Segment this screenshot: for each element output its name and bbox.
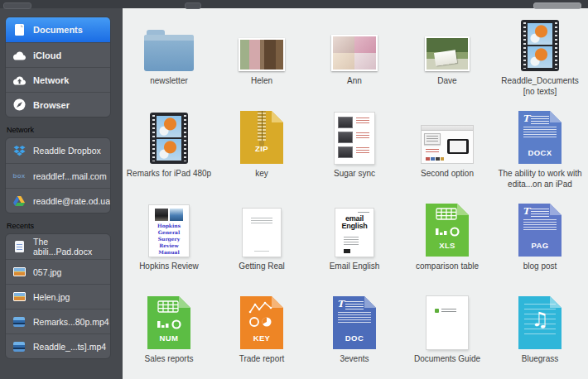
recent-item-label: Remarks...80p.mp4 xyxy=(33,317,109,327)
file-tile-helen[interactable]: Helen xyxy=(215,10,308,103)
document-cover-thumbnail xyxy=(427,296,468,349)
image-file-icon xyxy=(11,265,27,280)
box-icon: box xyxy=(11,169,27,184)
sidebar-item-icloud[interactable]: iCloud xyxy=(6,42,110,67)
file-label: newsletter xyxy=(125,76,213,87)
sidebar-item-label: Browser xyxy=(33,100,70,110)
file-tile-dave[interactable]: Dave xyxy=(401,10,494,103)
pages-file-icon: T PAG xyxy=(518,204,561,257)
recents-group: The abili...Pad.docx 057.jpg Helen.jpg R… xyxy=(5,233,111,359)
file-label: blog post xyxy=(496,261,584,272)
zip-file-icon: ZIP xyxy=(240,111,283,164)
file-grid: newsletter Helen Ann Dave Readdle_Docume… xyxy=(123,8,588,379)
sidebar-nav-group: Documents iCloud Network Browser xyxy=(5,17,111,118)
file-label: Sugar sync xyxy=(311,169,398,180)
xls-file-icon: XLS xyxy=(426,204,469,257)
file-label: Remarks for iPad 480p xyxy=(125,169,213,180)
audio-file-icon: ♫ xyxy=(518,296,561,349)
book-cover-thumbnail: email English xyxy=(335,209,374,257)
document-thumbnail xyxy=(335,113,374,164)
sidebar-item-documents[interactable]: Documents xyxy=(6,17,110,42)
sidebar-item-label: Network xyxy=(33,75,69,85)
recent-item-helenjpg[interactable]: Helen.jpg xyxy=(6,284,110,309)
photo-thumbnail xyxy=(239,38,285,71)
sidebar: Documents iCloud Network Browser xyxy=(0,8,123,379)
file-tile-getting-real[interactable]: Getting Real xyxy=(215,195,308,288)
google-drive-icon xyxy=(11,194,27,209)
video-file-icon xyxy=(11,339,27,354)
filmstrip-icon xyxy=(521,20,559,71)
video-file-icon xyxy=(11,314,27,329)
dropbox-icon xyxy=(11,143,27,158)
sidebar-item-label: readdle@rate.od.ua xyxy=(33,196,110,206)
sidebar-item-network[interactable]: Network xyxy=(6,67,110,92)
compass-icon xyxy=(11,98,27,113)
webpage-thumbnail xyxy=(421,125,474,164)
file-label: Hopkins Review xyxy=(125,261,213,272)
file-label: Second option xyxy=(403,169,491,180)
file-tile-readdle-documents-video[interactable]: Readdle_Documents [no texts] xyxy=(494,10,586,103)
network-cloud-icon xyxy=(11,73,27,88)
file-label: Bluegrass xyxy=(496,354,584,365)
file-label: 3events xyxy=(311,354,398,365)
file-tile-second-option[interactable]: Second option xyxy=(401,103,494,195)
sidebar-item-label: Documents xyxy=(33,25,83,35)
network-accounts-group: Readdle Dropbox box readdlef...mail.com … xyxy=(5,137,111,213)
photo-collage-thumbnail xyxy=(331,35,378,71)
file-label: Readdle_Documents [no texts] xyxy=(496,76,584,97)
sidebar-item-google-drive-account[interactable]: readdle@rate.od.ua xyxy=(6,188,110,213)
file-tile-3events[interactable]: T DOC 3events xyxy=(308,288,401,379)
file-label: Trade report xyxy=(218,354,306,365)
file-tile-remarks-video[interactable]: Remarks for iPad 480p xyxy=(123,103,215,195)
sidebar-item-readdle-dropbox[interactable]: Readdle Dropbox xyxy=(6,138,110,163)
file-tile-documents-guide[interactable]: Documents Guide xyxy=(401,288,494,379)
recent-item-remarks-mp4[interactable]: Remarks...80p.mp4 xyxy=(6,309,110,333)
file-tile-comparison-table[interactable]: XLS comparison table xyxy=(401,195,494,288)
file-label: The ability to work with edita...on an i… xyxy=(496,169,584,190)
sidebar-item-box-account[interactable]: box readdlef...mail.com xyxy=(6,163,110,188)
sidebar-item-label: iCloud xyxy=(33,50,61,60)
photo-thumbnail xyxy=(425,36,470,71)
recent-item-docx[interactable]: The abili...Pad.docx xyxy=(6,234,110,259)
file-label: Getting Real xyxy=(218,261,306,272)
file-label: Sales reports xyxy=(125,354,213,365)
file-tile-ability-docx[interactable]: T DOCX The ability to work with edita...… xyxy=(494,103,586,195)
file-tile-sugar-sync[interactable]: Sugar sync xyxy=(308,103,401,195)
section-label-recents: Recents xyxy=(7,222,123,230)
recent-item-readdle-mp4[interactable]: Readdle_...ts].mp4 xyxy=(6,333,110,358)
file-tile-newsletter[interactable]: newsletter xyxy=(123,10,215,103)
toolbar-edit-button[interactable] xyxy=(3,2,31,9)
file-tile-sales-reports[interactable]: NUM Sales reports xyxy=(123,288,215,379)
word-file-icon xyxy=(11,239,27,254)
file-label: Ann xyxy=(311,76,398,87)
file-label: comparison table xyxy=(403,261,491,272)
toolbar-view-button[interactable] xyxy=(533,2,581,9)
file-tile-blog-post[interactable]: T PAG blog post xyxy=(494,195,586,288)
file-label: Email English xyxy=(311,261,398,272)
recent-item-label: Helen.jpg xyxy=(33,292,70,302)
document-cover-thumbnail xyxy=(243,209,281,257)
file-tile-email-english[interactable]: email English Email English xyxy=(308,195,401,288)
file-tile-bluegrass[interactable]: ♫ Bluegrass xyxy=(494,288,586,379)
recent-item-label: 057.jpg xyxy=(33,267,61,277)
file-tile-trade-report[interactable]: KEY Trade report xyxy=(215,288,308,379)
recent-item-label: The abili...Pad.docx xyxy=(33,237,105,257)
document-icon xyxy=(11,22,27,37)
recent-item-057jpg[interactable]: 057.jpg xyxy=(6,259,110,284)
file-tile-hopkins-review[interactable]: Hopkins General Surgery Review Manual Ho… xyxy=(123,195,215,288)
numbers-file-icon: NUM xyxy=(147,296,190,349)
section-label-network: Network xyxy=(7,126,123,134)
sidebar-item-browser[interactable]: Browser xyxy=(6,92,110,117)
file-tile-key-zip[interactable]: ZIP key xyxy=(215,103,308,195)
docx-file-icon: T DOCX xyxy=(518,111,561,164)
file-label: Dave xyxy=(403,76,491,87)
cloud-icon xyxy=(11,48,27,63)
folder-icon xyxy=(144,35,194,71)
file-label: key xyxy=(218,169,306,180)
recent-item-label: Readdle_...ts].mp4 xyxy=(33,342,106,352)
documents-app-window: Documents iCloud Network Browser xyxy=(0,0,588,379)
file-tile-ann[interactable]: Ann xyxy=(308,10,401,103)
book-cover-thumbnail: Hopkins General Surgery Review Manual xyxy=(149,205,189,257)
toolbar-back-button[interactable] xyxy=(185,2,201,9)
image-file-icon xyxy=(11,290,27,305)
